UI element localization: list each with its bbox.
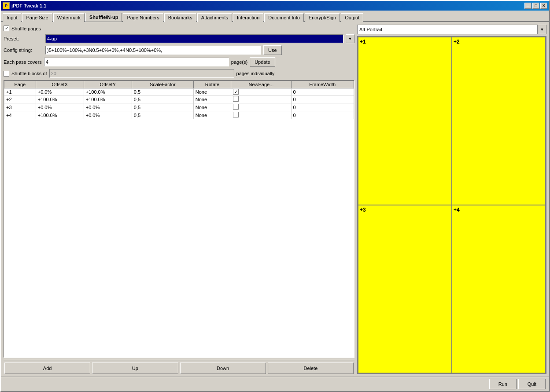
table-cell: 0,5 xyxy=(132,88,193,95)
table-cell: +100.0% xyxy=(36,111,84,119)
config-row: Config string: Use xyxy=(4,45,354,55)
title-buttons: ─ □ ✕ xyxy=(524,3,547,9)
preview-cell-1-label: +1 xyxy=(360,39,366,45)
tab-encrypt-sign[interactable]: Encrypt/Sign xyxy=(305,13,340,22)
newpage-checkbox-3[interactable] xyxy=(233,104,239,110)
data-table: Page OffsetX OffsetY ScaleFactor Rotate … xyxy=(4,80,354,358)
preset-row: Preset: ▼ xyxy=(4,34,354,43)
footer: Run Quit xyxy=(1,377,549,391)
table-cell: 0 xyxy=(291,111,354,119)
col-framewidth: FrameWidth xyxy=(291,81,354,88)
pass-row: Each pass covers page(s) Update xyxy=(4,57,354,67)
blocks-checkbox[interactable] xyxy=(4,71,9,77)
table-cell: None xyxy=(193,88,231,95)
tab-bookmarks[interactable]: Bookmarks xyxy=(164,13,196,22)
minimize-button[interactable]: ─ xyxy=(524,3,532,9)
preview-cell-2: +2 xyxy=(452,37,546,205)
preview-select[interactable] xyxy=(357,25,538,34)
col-offsety: OffsetY xyxy=(84,81,132,88)
preview-cell-2-label: +2 xyxy=(454,39,460,45)
table-cell: None xyxy=(193,111,231,119)
table-cell: +4 xyxy=(4,111,36,119)
table-row[interactable]: +4+100.0%+0.0%0,5None0 xyxy=(4,111,354,119)
tab-page-numbers[interactable]: Page Numbers xyxy=(123,13,163,22)
main-window: P jPDF Tweak 1.1 ─ □ ✕ Input Page Size W… xyxy=(0,0,550,392)
maximize-button[interactable]: □ xyxy=(532,3,539,9)
newpage-checkbox-2[interactable] xyxy=(233,96,239,102)
table-cell: +1 xyxy=(4,88,36,95)
blocks-suffix: pages individually xyxy=(236,71,275,76)
blocks-input[interactable] xyxy=(49,69,234,78)
content-area: Shuffle pages Preset: ▼ Config string: U… xyxy=(1,22,549,377)
table-cell: 0,5 xyxy=(132,95,193,103)
newpage-checkbox-1[interactable]: ✓ xyxy=(233,89,239,95)
col-rotate: Rotate xyxy=(193,81,231,88)
preset-input[interactable] xyxy=(45,34,343,43)
table-cell: +0.0% xyxy=(36,103,84,111)
table-cell: +0.0% xyxy=(36,88,84,95)
preview-cell-4-label: +4 xyxy=(454,207,460,213)
config-input[interactable] xyxy=(45,46,261,55)
tab-document-info[interactable]: Document Info xyxy=(264,13,304,22)
table-row[interactable]: +2+100.0%+100.0%0,5None0 xyxy=(4,95,354,103)
title-bar: P jPDF Tweak 1.1 ─ □ ✕ xyxy=(1,1,549,11)
window-title: jPDF Tweak 1.1 xyxy=(11,3,46,8)
add-button[interactable]: Add xyxy=(4,363,90,374)
preview-cell-1: +1 xyxy=(358,37,452,205)
shuffle-pages-label: Shuffle pages xyxy=(11,26,41,31)
newpage-checkbox-4[interactable] xyxy=(233,112,239,117)
table-cell: +0.0% xyxy=(84,111,132,119)
quit-button[interactable]: Quit xyxy=(518,379,546,389)
preview-dropdown-btn[interactable]: ▼ xyxy=(538,25,546,34)
table-cell: 0 xyxy=(291,95,354,103)
close-button[interactable]: ✕ xyxy=(540,3,547,9)
table-cell: 0,5 xyxy=(132,103,193,111)
pass-input[interactable] xyxy=(44,58,229,66)
blocks-label: Shuffle blocks of xyxy=(11,71,47,76)
app-icon: P xyxy=(3,2,10,9)
col-page: Page xyxy=(4,81,36,88)
table-cell: 0,5 xyxy=(132,111,193,119)
col-offsetx: OffsetX xyxy=(36,81,84,88)
table-cell: +3 xyxy=(4,103,36,111)
up-button[interactable]: Up xyxy=(92,363,178,374)
config-label: Config string: xyxy=(4,48,43,53)
preset-dropdown-btn[interactable]: ▼ xyxy=(346,34,354,43)
bottom-buttons: Add Up Down Delete xyxy=(4,360,354,374)
pass-suffix: page(s) xyxy=(231,59,247,65)
tab-output[interactable]: Output xyxy=(341,13,363,22)
tab-input[interactable]: Input xyxy=(3,13,21,22)
table-cell: +100.0% xyxy=(84,88,132,95)
tab-shuffle-nup[interactable]: Shuffle/N-up xyxy=(85,13,122,22)
blocks-row: Shuffle blocks of pages individually xyxy=(4,69,354,78)
table-cell: +100.0% xyxy=(84,95,132,103)
tab-watermark[interactable]: Watermark xyxy=(53,13,85,22)
table-cell: +2 xyxy=(4,95,36,103)
tab-page-size[interactable]: Page Size xyxy=(22,13,52,22)
table-cell: +100.0% xyxy=(36,95,84,103)
table-cell: None xyxy=(193,95,231,103)
preview-canvas: +1 +2 +3 +4 xyxy=(357,36,546,374)
preview-cell-3: +3 xyxy=(358,205,452,373)
table-row[interactable]: +1+0.0%+100.0%0,5None✓0 xyxy=(4,88,354,95)
tab-interaction[interactable]: Interaction xyxy=(233,13,263,22)
delete-button[interactable]: Delete xyxy=(268,363,354,374)
tab-bar: Input Page Size Watermark Shuffle/N-up P… xyxy=(1,11,549,22)
left-panel: Shuffle pages Preset: ▼ Config string: U… xyxy=(4,25,354,374)
preview-cell-3-label: +3 xyxy=(360,207,366,213)
table-cell: +0.0% xyxy=(84,103,132,111)
use-button[interactable]: Use xyxy=(263,45,282,55)
shuffle-pages-checkbox[interactable] xyxy=(4,26,9,31)
right-panel: ▼ +1 +2 +3 +4 xyxy=(357,25,546,374)
down-button[interactable]: Down xyxy=(180,363,266,374)
preset-label: Preset: xyxy=(4,36,43,41)
run-button[interactable]: Run xyxy=(489,379,517,389)
table-cell: 0 xyxy=(291,88,354,95)
preview-dropdown-row: ▼ xyxy=(357,25,546,34)
table-row[interactable]: +3+0.0%+0.0%0,5None0 xyxy=(4,103,354,111)
tab-attachments[interactable]: Attachments xyxy=(197,13,232,22)
table-cell: 0 xyxy=(291,103,354,111)
update-button[interactable]: Update xyxy=(250,57,275,67)
shuffle-pages-row: Shuffle pages xyxy=(4,25,354,32)
title-bar-left: P jPDF Tweak 1.1 xyxy=(3,2,46,9)
